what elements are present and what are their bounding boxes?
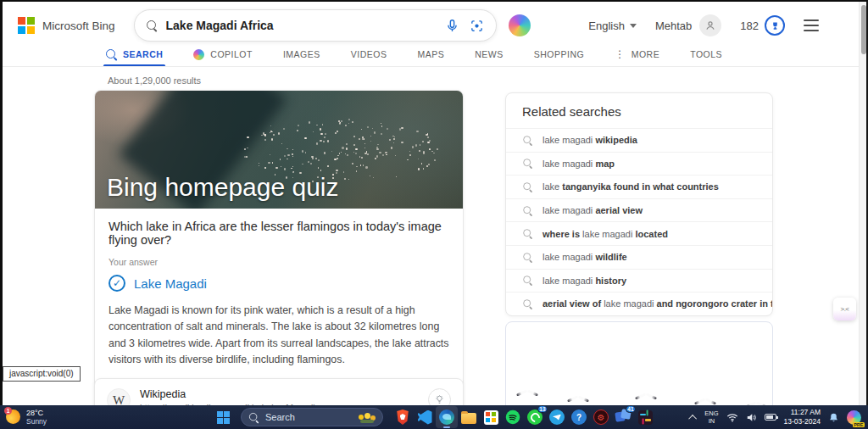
search-input[interactable]	[166, 19, 445, 32]
taskbar-app-slack[interactable]	[634, 406, 656, 428]
battery-icon[interactable]	[765, 414, 776, 421]
microsoft-store-icon	[484, 410, 498, 425]
related-search-item[interactable]: lake magadi map	[506, 152, 772, 176]
taskbar-app-gethelp[interactable]	[568, 406, 590, 428]
wikipedia-title[interactable]: Wikipedia	[140, 388, 315, 400]
hamburger-menu-icon[interactable]	[804, 20, 819, 31]
rewards-counter[interactable]: 182	[740, 15, 785, 36]
tray-chevron-icon[interactable]	[688, 414, 697, 422]
scrollbar-thumb[interactable]	[861, 5, 866, 54]
taskbar-app-vscode[interactable]	[414, 406, 436, 428]
tab-news[interactable]: NEWS	[475, 42, 504, 66]
clock-widget[interactable]: 11:27 AM 13-03-2024	[784, 408, 821, 426]
flamingo-bird-icon	[635, 392, 657, 400]
notification-bell-icon[interactable]	[828, 412, 839, 423]
tab-search[interactable]: SEARCH	[106, 42, 163, 66]
windows-taskbar: 1 28°C Sunny Search 13 41	[0, 405, 868, 429]
search-icon	[523, 206, 531, 214]
search-icon	[147, 20, 158, 31]
copilot-tray-icon[interactable]: PRE	[847, 410, 861, 425]
your-answer-label: Your answer	[108, 257, 449, 267]
tray-time: 11:27 AM	[784, 408, 821, 417]
taskbar-app-explorer[interactable]	[458, 406, 480, 428]
bing-header: Microsoft Bing English Mehtab 182	[3, 8, 866, 42]
taskbar-app-spotify[interactable]	[502, 406, 524, 428]
copilot-logo-icon[interactable]	[509, 14, 531, 36]
language-selector[interactable]: English	[588, 20, 637, 32]
taskbar-app-store[interactable]	[480, 406, 502, 428]
related-search-item[interactable]: lake magadi history	[506, 269, 772, 292]
taskbar-app-settings-red[interactable]	[590, 406, 612, 428]
search-icon	[523, 229, 531, 237]
visual-search-icon[interactable]	[470, 19, 484, 33]
copilot-tab-icon	[193, 49, 204, 60]
related-searches-title: Related searches	[506, 93, 772, 128]
weather-temp: 28°C	[26, 409, 47, 418]
search-icon	[523, 159, 531, 168]
microsoft-logo-icon[interactable]	[18, 17, 35, 34]
windows-icon	[217, 411, 230, 424]
related-search-item[interactable]: lake magadi wildlife	[506, 245, 772, 269]
taskbar-app-brave[interactable]	[392, 406, 414, 428]
user-account[interactable]: Mehtab	[655, 14, 721, 36]
tab-more[interactable]: MORE	[615, 42, 659, 66]
start-button[interactable]	[212, 406, 234, 428]
search-box[interactable]	[134, 9, 497, 42]
search-icon	[523, 276, 531, 285]
user-name: Mehtab	[655, 20, 692, 32]
flamingo-bird-icon	[694, 397, 716, 405]
quiz-question: Which lake in Africa are the lesser flam…	[108, 220, 449, 247]
taskbar-search[interactable]: Search	[241, 408, 383, 426]
bing-logo-text[interactable]: Microsoft Bing	[42, 20, 115, 32]
taskbar-search-label: Search	[265, 412, 295, 422]
weather-widget[interactable]: 1 28°C Sunny	[0, 409, 47, 426]
flamingo-bird-icon	[516, 388, 538, 397]
quiz-hero-image[interactable]: Bing homepage quiz	[95, 91, 463, 209]
taskbar-app-whatsapp[interactable]: 13	[524, 406, 546, 428]
more-dots-icon	[615, 48, 626, 60]
edge-icon	[439, 410, 454, 425]
related-search-item[interactable]: lake magadi wikipedia	[506, 128, 772, 152]
related-searches-card: Related searches lake magadi wikipediala…	[505, 92, 773, 316]
tab-bar: SEARCH COPILOT IMAGES VIDEOS MAPS NEWS S…	[106, 42, 722, 66]
volume-icon[interactable]	[746, 413, 757, 422]
related-search-item[interactable]: aerial view of lake magadi and ngorongor…	[506, 292, 772, 315]
scrollbar[interactable]	[859, 2, 866, 405]
related-search-item[interactable]: lake tanganyika found in what countries	[506, 175, 772, 198]
microphone-icon[interactable]	[445, 19, 459, 33]
chevron-down-icon	[630, 24, 637, 28]
wifi-icon[interactable]	[726, 413, 738, 422]
lake-image-card[interactable]	[505, 321, 773, 415]
red-gear-icon	[593, 410, 609, 425]
tab-shopping[interactable]: SHOPPING	[534, 42, 584, 66]
answer-description: Lake Magadi is known for its pink water,…	[108, 303, 449, 368]
tab-copilot[interactable]: COPILOT	[193, 42, 253, 66]
brave-icon	[396, 410, 409, 425]
person-icon	[704, 20, 716, 31]
selected-answer[interactable]: Lake Magadi	[108, 275, 449, 292]
related-search-item[interactable]: lake magadi aerial view	[506, 198, 772, 222]
tab-images[interactable]: IMAGES	[283, 42, 320, 66]
avatar	[699, 14, 721, 36]
telegram-icon	[549, 410, 565, 425]
slack-icon	[638, 410, 653, 425]
related-searches-list: lake magadi wikipedialake magadi maplake…	[506, 128, 772, 315]
related-search-item[interactable]: where is lake magadi located	[506, 221, 772, 245]
tab-tools[interactable]: TOOLS	[690, 42, 722, 66]
language-indicator[interactable]: ENG IN	[704, 410, 718, 426]
taskbar-app-teams[interactable]: 41	[612, 406, 634, 428]
search-icon	[523, 253, 531, 261]
taskbar-app-telegram[interactable]	[546, 406, 568, 428]
spotify-icon	[505, 410, 520, 425]
answer-text: Lake Magadi	[134, 276, 207, 291]
tab-videos[interactable]: VIDEOS	[351, 42, 387, 66]
browser-window: Microsoft Bing English Mehtab 182	[0, 0, 868, 405]
vscode-icon	[418, 410, 432, 425]
extension-float-button[interactable]: >.<	[833, 298, 856, 320]
rewards-icon	[765, 15, 785, 36]
taskbar-app-edge[interactable]	[436, 406, 458, 428]
system-tray: ENG IN 11:27 AM 13-03-2024 PRE	[691, 408, 868, 426]
tab-maps[interactable]: MAPS	[417, 42, 444, 66]
search-tab-icon	[106, 49, 117, 60]
weather-badge: 1	[4, 407, 12, 415]
